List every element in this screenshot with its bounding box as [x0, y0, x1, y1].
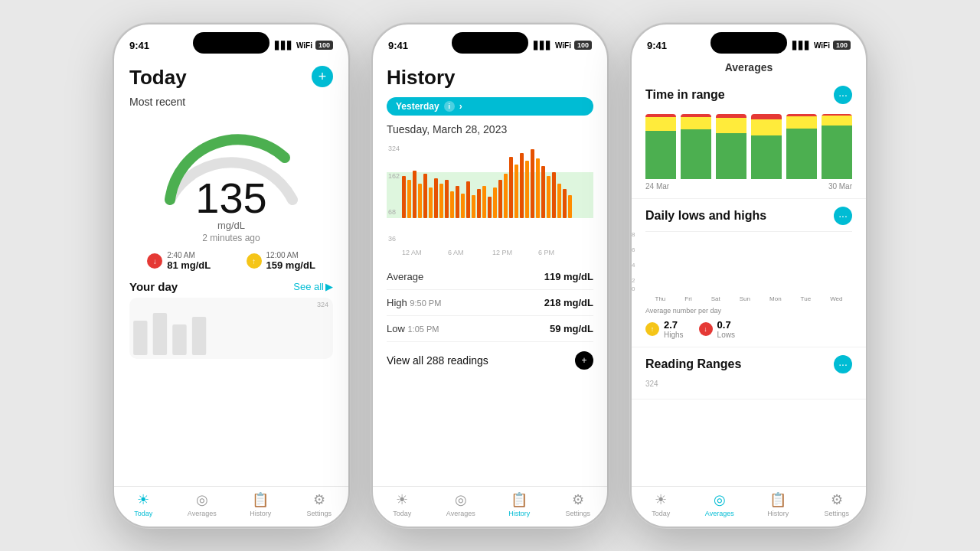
dlh-highs-label: Highs	[664, 331, 684, 339]
svg-rect-37	[552, 172, 556, 218]
reading-ranges-more[interactable]: ···	[834, 355, 852, 373]
high-info: 12:00 AM 159 mg/dL	[266, 251, 315, 271]
low-info: 2:40 AM 81 mg/dL	[167, 251, 211, 271]
svg-rect-0	[133, 321, 147, 355]
svg-text:6 AM: 6 AM	[448, 249, 464, 256]
today-nav-icon-2: ☀	[396, 491, 408, 508]
status-icons-2: ▋▋▋ WiFi 100	[534, 41, 592, 50]
nav-averages-2[interactable]: ◎ Averages	[432, 491, 491, 517]
dynamic-island-2	[452, 32, 528, 54]
nav-history-2[interactable]: 📋 History	[490, 491, 549, 517]
svg-rect-13	[423, 174, 427, 218]
status-time-3: 9:41	[647, 40, 667, 51]
history-date: Tuesday, March 28, 2023	[387, 123, 593, 135]
svg-rect-40	[568, 195, 572, 218]
svg-text:12 AM: 12 AM	[402, 249, 422, 256]
averages-page-title: Averages	[632, 58, 866, 78]
bottom-nav-2: ☀ Today ◎ Averages 📋 History ⚙ Settings	[373, 486, 607, 527]
time-in-range-more[interactable]: ···	[834, 86, 852, 104]
nav-averages-1[interactable]: ◎ Averages	[173, 491, 232, 517]
tir-bar-4	[751, 114, 782, 179]
svg-text:36: 36	[388, 235, 396, 243]
phone-history: 9:41 ▋▋▋ WiFi 100 History Yesterday i › …	[371, 23, 609, 528]
status-time-2: 9:41	[388, 40, 408, 51]
time-in-range-chart	[645, 110, 852, 179]
svg-rect-20	[461, 194, 465, 218]
nav-today-label-2: Today	[393, 510, 411, 517]
svg-rect-30	[514, 165, 518, 218]
today-nav-icon: ☀	[137, 491, 149, 508]
status-icons-3: ▋▋▋ WiFi 100	[792, 41, 851, 50]
gauge-time: 2 minutes ago	[195, 233, 266, 243]
svg-text:68: 68	[388, 208, 396, 216]
dlh-lows-badge: ↓	[699, 322, 713, 336]
history-chart-area: 324 162 68 36	[387, 142, 593, 256]
svg-rect-36	[547, 176, 550, 218]
svg-rect-3	[192, 317, 206, 355]
svg-rect-21	[466, 181, 470, 218]
nav-settings-1[interactable]: ⚙ Settings	[290, 491, 349, 517]
phone3-content: Averages Time in range ···	[632, 58, 866, 486]
nav-averages-label-2: Averages	[446, 510, 475, 517]
yesterday-pill[interactable]: Yesterday i ›	[387, 97, 593, 116]
svg-rect-19	[456, 186, 459, 218]
svg-rect-23	[477, 189, 481, 218]
nav-today-2[interactable]: ☀ Today	[373, 491, 432, 517]
dynamic-island	[193, 32, 270, 54]
battery-icon-2: 100	[574, 41, 592, 50]
nav-today-3[interactable]: ☀ Today	[632, 491, 691, 517]
nav-averages-label: Averages	[188, 510, 217, 517]
history-title: History	[387, 66, 593, 90]
dlh-avg-label: Average number per day	[645, 307, 852, 315]
add-button[interactable]: +	[312, 66, 333, 87]
wifi-icon: WiFi	[296, 41, 312, 50]
svg-rect-22	[472, 195, 475, 218]
phone-averages: 9:41 ▋▋▋ WiFi 100 Averages Time in range…	[630, 23, 867, 528]
view-all-button[interactable]: View all 288 readings +	[387, 342, 593, 379]
dlh-avg-row: ↑ 2.7 Highs ↓ 0.7 Lows	[645, 319, 852, 339]
dlh-highs-value: 2.7	[664, 319, 684, 331]
nav-history-3[interactable]: 📋 History	[749, 491, 808, 517]
battery-icon-3: 100	[833, 41, 851, 50]
bottom-nav-3: ☀ Today ◎ Averages 📋 History ⚙ Settings	[632, 486, 866, 527]
nav-today-label: Today	[134, 510, 152, 517]
high-time: 12:00 AM	[266, 251, 315, 259]
averages-nav-icon-2: ◎	[455, 491, 467, 508]
dynamic-island-3	[710, 32, 787, 54]
svg-rect-39	[563, 189, 567, 218]
daily-lows-highs-more[interactable]: ···	[834, 207, 852, 225]
svg-rect-1	[153, 313, 167, 355]
daily-lows-highs-section: Daily lows and highs ··· 8	[632, 199, 866, 347]
phone-today: 9:41 ▋▋▋ WiFi 100 Today + Most recent	[113, 23, 350, 528]
stats-container: Average 119 mg/dL High 9:50 PM 218 mg/dL…	[387, 264, 593, 342]
see-all-button[interactable]: See all ▶	[293, 281, 333, 292]
today-nav-icon-3: ☀	[655, 491, 667, 508]
low-high-row: ↓ 2:40 AM 81 mg/dL ↑ 12:00 AM 159 mg/dL	[129, 251, 333, 271]
nav-averages-3[interactable]: ◎ Averages	[691, 491, 750, 517]
today-title: Today	[129, 66, 187, 90]
nav-settings-2[interactable]: ⚙ Settings	[549, 491, 608, 517]
view-all-label: View all 288 readings	[387, 354, 488, 367]
signal-icon: ▋▋▋	[275, 41, 293, 50]
dlh-mon-label: Mon	[769, 295, 782, 302]
reading-ranges-title: Reading Ranges	[645, 357, 741, 371]
svg-rect-25	[488, 197, 492, 218]
high-value: 159 mg/dL	[266, 259, 315, 271]
time-in-range-section: Time in range ···	[632, 78, 866, 199]
svg-rect-26	[493, 187, 497, 218]
chart-max-label: 324	[317, 301, 328, 308]
nav-history-label-3: History	[767, 510, 789, 517]
nav-history-1[interactable]: 📋 History	[231, 491, 290, 517]
svg-rect-27	[498, 180, 502, 218]
history-nav-icon-3: 📋	[769, 491, 786, 508]
svg-text:324: 324	[388, 145, 400, 152]
view-all-circle: +	[575, 351, 593, 370]
wifi-icon-2: WiFi	[555, 41, 571, 50]
nav-history-label-2: History	[508, 510, 530, 517]
bottom-nav-1: ☀ Today ◎ Averages 📋 History ⚙ Settings	[114, 486, 348, 527]
nav-settings-3[interactable]: ⚙ Settings	[808, 491, 867, 517]
svg-rect-14	[429, 187, 433, 218]
nav-today-1[interactable]: ☀ Today	[114, 491, 173, 517]
low-badge: ↓	[147, 253, 162, 269]
nav-settings-label: Settings	[306, 510, 332, 517]
